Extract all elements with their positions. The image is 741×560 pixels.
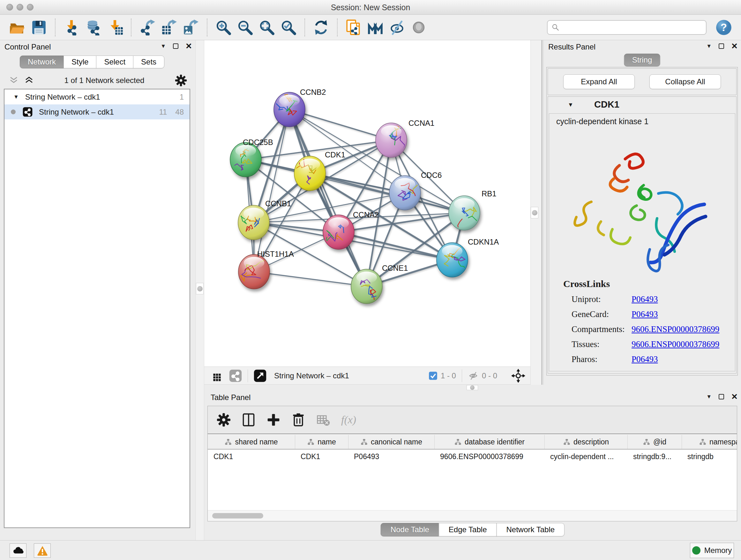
- network-row[interactable]: String Network – cdk1 11 48: [4, 105, 190, 119]
- column-header-description[interactable]: description: [544, 435, 627, 449]
- expand-all-icon[interactable]: [24, 76, 34, 85]
- gene-collapse-icon[interactable]: ▼: [568, 102, 574, 108]
- collapse-panel-icon[interactable]: ▼: [706, 43, 712, 50]
- window-minimize-button[interactable]: [17, 4, 23, 10]
- collapse-all-icon[interactable]: [9, 76, 18, 85]
- close-panel-icon[interactable]: ✕: [185, 42, 192, 50]
- table-toolbar: f(x): [208, 406, 737, 434]
- node-HIST1H1A[interactable]: [239, 254, 270, 289]
- table-horizontal-scrollbar[interactable]: [208, 510, 737, 521]
- left-splitter-grip[interactable]: [196, 283, 204, 294]
- cloud-icon: [13, 545, 23, 556]
- memory-button[interactable]: Memory: [690, 543, 734, 558]
- help-icon[interactable]: ?: [716, 19, 732, 36]
- import-table-file-button[interactable]: [106, 18, 124, 37]
- fit-selected-crosshair-icon[interactable]: [511, 369, 525, 383]
- crosslink-value-link[interactable]: 9606.ENSP00000378699: [631, 339, 719, 349]
- control-panel-title: Control Panel: [4, 43, 51, 51]
- float-panel-icon[interactable]: [719, 44, 724, 49]
- right-splitter-grip[interactable]: [531, 207, 538, 219]
- import-network-database-button[interactable]: [84, 18, 103, 37]
- crosslink-value-link[interactable]: P06493: [631, 309, 658, 319]
- close-panel-icon[interactable]: ✕: [731, 42, 738, 50]
- node-CCNB2[interactable]: [274, 92, 305, 127]
- table-gear-icon[interactable]: [217, 413, 231, 427]
- table-row-delete-icon[interactable]: [316, 413, 330, 427]
- birds-eye-view-icon[interactable]: [211, 369, 223, 382]
- node-label-CCNE1: CCNE1: [382, 264, 408, 272]
- close-panel-icon[interactable]: ✕: [731, 393, 738, 401]
- node-CDKN1A[interactable]: [436, 243, 468, 277]
- warnings-button[interactable]: [34, 543, 51, 558]
- tab-edge-table[interactable]: Edge Table: [439, 523, 497, 537]
- crosslink-value-link[interactable]: P06493: [631, 354, 658, 364]
- selected-checkbox-icon[interactable]: [428, 371, 437, 380]
- float-panel-icon[interactable]: [173, 44, 179, 49]
- node-CCNA2[interactable]: [323, 215, 354, 249]
- results-buttons-box: Expand All Collapse All: [548, 68, 737, 95]
- table-trash-icon[interactable]: [291, 413, 306, 427]
- tab-select[interactable]: Select: [96, 56, 133, 68]
- import-network-file-button[interactable]: [62, 18, 81, 37]
- clone-network-button[interactable]: [344, 18, 363, 37]
- gene-entry-header[interactable]: ▼ CDK1: [548, 97, 736, 113]
- control-panel-header: Control Panel ▼ ✕: [0, 40, 195, 54]
- export-network-button[interactable]: [138, 18, 157, 37]
- network-collection-row[interactable]: ▼ String Network – cdk1 1: [4, 89, 190, 105]
- scrollbar-thumb[interactable]: [212, 513, 263, 518]
- crosslink-value-link[interactable]: P06493: [631, 294, 658, 304]
- network-view-icon[interactable]: [229, 369, 242, 382]
- node-CDK1[interactable]: [294, 156, 326, 191]
- zoom-in-button[interactable]: [214, 18, 232, 37]
- export-image-button[interactable]: [182, 18, 200, 37]
- hide-selected-button[interactable]: [388, 18, 406, 37]
- detach-view-icon[interactable]: [254, 369, 266, 382]
- collapse-panel-icon[interactable]: ▼: [160, 43, 166, 50]
- tree-expand-icon[interactable]: ▼: [13, 94, 19, 100]
- table-row[interactable]: CDK1CDK1P064939606.ENSP00000378699cyclin…: [208, 449, 737, 464]
- tab-node-table[interactable]: Node Table: [381, 523, 439, 537]
- search-input[interactable]: [563, 23, 702, 32]
- tab-style[interactable]: Style: [64, 56, 96, 68]
- column-header-@id[interactable]: @id: [627, 435, 682, 449]
- expand-all-button[interactable]: Expand All: [563, 74, 635, 89]
- hidden-eye-icon: [468, 371, 479, 381]
- node-label-CCNA2: CCNA2: [353, 210, 379, 219]
- zoom-out-button[interactable]: [236, 18, 254, 37]
- export-table-button[interactable]: [160, 18, 179, 37]
- import-network-database-icon: [85, 19, 101, 36]
- node-CDC25B[interactable]: [230, 142, 261, 177]
- column-header-canonical-name[interactable]: canonical name: [348, 435, 434, 449]
- node-label-CCNA1: CCNA1: [408, 119, 434, 127]
- tab-string[interactable]: String: [624, 54, 660, 66]
- column-header-name[interactable]: name: [295, 435, 348, 449]
- column-header-database-identifier[interactable]: database identifier: [434, 435, 544, 449]
- float-panel-icon[interactable]: [719, 394, 724, 399]
- table-columns-icon[interactable]: [242, 413, 256, 427]
- network-canvas[interactable]: CCNB2CCNA1CDC25BCDK1CDC6RB1CCNB1CCNA2CDK…: [204, 40, 530, 367]
- search-box[interactable]: [547, 20, 706, 35]
- tab-sets[interactable]: Sets: [133, 56, 164, 68]
- zoom-selected-button[interactable]: [279, 18, 298, 37]
- table-add-icon[interactable]: [266, 413, 280, 427]
- node-CCNB1[interactable]: [238, 205, 269, 240]
- graphics-details-button[interactable]: [409, 18, 428, 37]
- collapse-panel-icon[interactable]: ▼: [706, 394, 712, 400]
- first-neighbors-button[interactable]: [366, 18, 385, 37]
- cloud-button[interactable]: [10, 543, 26, 558]
- tab-network-table[interactable]: Network Table: [496, 523, 565, 537]
- refresh-button[interactable]: [312, 18, 330, 37]
- column-header-namespace[interactable]: namespace: [682, 435, 737, 449]
- node-CCNE1[interactable]: [351, 269, 382, 304]
- crosslink-value-link[interactable]: 9606.ENSP00000378699: [631, 324, 719, 334]
- save-session-button[interactable]: [30, 18, 48, 37]
- zoom-fit-button[interactable]: [258, 18, 276, 37]
- collapse-all-button[interactable]: Collapse All: [650, 74, 721, 89]
- fx-function-icon[interactable]: f(x): [341, 414, 356, 426]
- window-zoom-button[interactable]: [27, 4, 33, 10]
- network-options-gear-icon[interactable]: [175, 74, 187, 86]
- column-header-shared-name[interactable]: shared name: [208, 435, 295, 449]
- window-close-button[interactable]: [6, 4, 13, 10]
- open-session-button[interactable]: [8, 18, 26, 37]
- tab-network[interactable]: Network: [20, 56, 64, 68]
